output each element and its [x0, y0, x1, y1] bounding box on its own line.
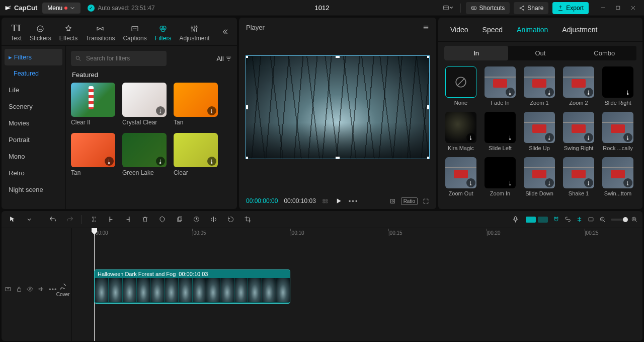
- download-icon[interactable]: ⭳: [156, 106, 165, 115]
- ratio-button[interactable]: Ratio: [401, 197, 418, 205]
- cat-portrait[interactable]: Portrait: [2, 131, 65, 148]
- undo-button[interactable]: [47, 214, 58, 225]
- window-close-button[interactable]: [626, 3, 640, 14]
- zoom-in-icon[interactable]: [631, 216, 637, 223]
- tab-adjustment[interactable]: Adjustment: [175, 22, 213, 44]
- timeline-view-icon[interactable]: [322, 198, 329, 204]
- filter-item[interactable]: ⭳Tan: [71, 133, 115, 176]
- mirror-button[interactable]: [208, 214, 219, 225]
- download-icon[interactable]: ⭳: [207, 157, 216, 166]
- filter-item[interactable]: ⭳Crystal Clear: [122, 83, 167, 126]
- rotate-button[interactable]: [225, 214, 236, 225]
- animation-item[interactable]: ⭳Slide Up: [524, 112, 555, 151]
- animation-item[interactable]: ⭳Zoom In: [485, 157, 516, 196]
- download-icon[interactable]: ⭳: [156, 157, 165, 166]
- download-icon[interactable]: ⭳: [466, 133, 475, 142]
- tab-transitions[interactable]: Transitions: [82, 22, 119, 44]
- magnet-icon[interactable]: [553, 216, 559, 223]
- preview-mode-icon[interactable]: [588, 216, 594, 223]
- export-button[interactable]: Export: [552, 2, 589, 14]
- tab-stickers[interactable]: Stickers: [26, 22, 55, 44]
- download-icon[interactable]: ⭳: [623, 88, 632, 97]
- cat-life[interactable]: Life: [2, 82, 65, 98]
- resize-handle[interactable]: [336, 55, 340, 58]
- filter-item[interactable]: Clear II: [71, 83, 115, 126]
- resize-handle[interactable]: [246, 105, 248, 109]
- preview-frame[interactable]: ⟳: [246, 55, 430, 159]
- play-button[interactable]: [335, 197, 343, 205]
- download-icon[interactable]: ⭳: [545, 133, 554, 142]
- download-icon[interactable]: ⭳: [623, 133, 632, 142]
- player-more-button[interactable]: •••: [349, 197, 359, 205]
- tab-captions[interactable]: Captions: [119, 22, 150, 44]
- animation-item[interactable]: ⭳Swing Right: [563, 112, 594, 151]
- animation-item[interactable]: ⭳Rock ...cally: [602, 112, 633, 151]
- animation-item[interactable]: ⭳Kira Magic: [445, 112, 476, 151]
- shortcuts-button[interactable]: Shortcuts: [466, 2, 510, 14]
- cat-featured[interactable]: Featured: [2, 65, 65, 82]
- window-minimize-button[interactable]: [596, 3, 610, 14]
- resize-handle[interactable]: [427, 157, 430, 159]
- filter-item[interactable]: ⭳Clear: [174, 133, 218, 176]
- cat-night[interactable]: Night scene: [2, 181, 65, 198]
- animation-item[interactable]: None: [445, 66, 476, 106]
- cover-button[interactable]: Cover: [55, 283, 71, 297]
- resize-handle[interactable]: [427, 55, 430, 58]
- filter-item[interactable]: ⭳Tan: [174, 83, 218, 126]
- split-button[interactable]: [88, 214, 99, 225]
- crop-button[interactable]: [242, 214, 253, 225]
- tab-text[interactable]: TIText: [7, 22, 26, 44]
- download-icon[interactable]: ⭳: [506, 133, 515, 142]
- player-menu-icon[interactable]: [423, 24, 429, 31]
- align-icon[interactable]: [576, 216, 583, 223]
- anim-mode-in[interactable]: In: [444, 46, 508, 60]
- link-icon[interactable]: [565, 216, 571, 223]
- download-icon[interactable]: ⭳: [506, 88, 515, 97]
- timeline-clip[interactable]: Halloween Dark Forest and Fog00:00:10:03: [94, 269, 290, 304]
- redo-button[interactable]: [64, 214, 75, 225]
- animation-item[interactable]: ⭳Slide Left: [485, 112, 516, 151]
- tab-filters[interactable]: Filters: [151, 22, 176, 44]
- cat-movies[interactable]: Movies: [2, 115, 65, 131]
- collapse-panel-button[interactable]: [218, 28, 232, 38]
- insp-tab-adjustment[interactable]: Adjustment: [555, 19, 604, 41]
- pointer-dropdown[interactable]: [24, 214, 35, 225]
- download-icon[interactable]: ⭳: [584, 88, 593, 97]
- tab-effects[interactable]: Effects: [55, 22, 82, 44]
- fullscreen-icon[interactable]: [423, 198, 429, 204]
- download-icon[interactable]: ⭳: [207, 106, 216, 115]
- pointer-tool[interactable]: [7, 214, 18, 225]
- animation-item[interactable]: ⭳Zoom 2: [563, 66, 594, 106]
- download-icon[interactable]: ⭳: [584, 133, 593, 142]
- resize-handle[interactable]: [246, 157, 248, 159]
- share-button[interactable]: Share: [514, 2, 548, 14]
- download-icon[interactable]: ⭳: [545, 178, 554, 187]
- animation-item[interactable]: ⭳Slide Right: [602, 66, 633, 106]
- anim-mode-out[interactable]: Out: [508, 46, 572, 60]
- marker-button[interactable]: [156, 214, 168, 225]
- download-icon[interactable]: ⭳: [466, 178, 475, 187]
- animation-item[interactable]: ⭳Swin...ttom: [602, 157, 633, 196]
- cat-mono[interactable]: Mono: [2, 148, 65, 165]
- insp-tab-animation[interactable]: Animation: [510, 19, 555, 41]
- download-icon[interactable]: ⭳: [105, 157, 114, 166]
- delete-button[interactable]: [139, 214, 150, 225]
- trim-left-button[interactable]: [105, 214, 116, 225]
- insp-tab-video[interactable]: Video: [443, 19, 475, 41]
- filter-item[interactable]: ⭳Green Lake: [122, 133, 167, 176]
- insp-tab-speed[interactable]: Speed: [475, 19, 510, 41]
- cat-filters[interactable]: ▸ Filters: [5, 49, 62, 65]
- snap-toggle[interactable]: [526, 217, 548, 223]
- reverse-button[interactable]: [191, 214, 202, 225]
- filter-search-input[interactable]: [71, 51, 167, 66]
- animation-item[interactable]: ⭳Slide Down: [524, 157, 555, 196]
- cat-retro[interactable]: Retro: [2, 165, 65, 181]
- resize-handle[interactable]: [427, 105, 430, 109]
- track-mute-icon[interactable]: [38, 286, 45, 294]
- cat-scenery[interactable]: Scenery: [2, 98, 65, 115]
- download-icon[interactable]: ⭳: [545, 88, 554, 97]
- anim-mode-combo[interactable]: Combo: [573, 46, 636, 60]
- trim-right-button[interactable]: [122, 214, 133, 225]
- download-icon[interactable]: ⭳: [623, 178, 632, 187]
- window-maximize-button[interactable]: [611, 3, 625, 14]
